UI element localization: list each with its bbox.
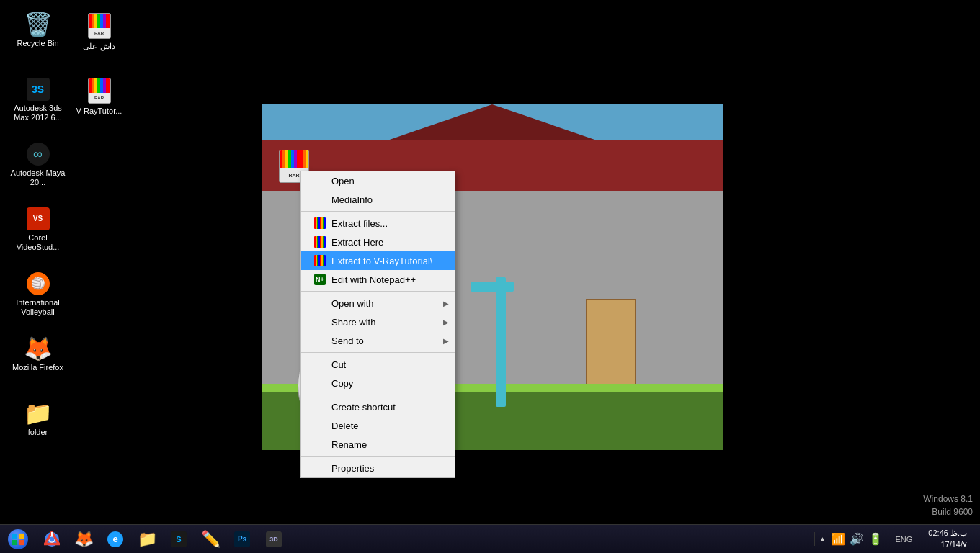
extract-to-icon — [313, 253, 327, 268]
tray-power-icon[interactable]: 🔋 — [868, 532, 883, 546]
taskbar-right: ▲ 📶 🔊 🔋 ENG 02:46 ب.ظ 17/14/٧ — [814, 528, 980, 550]
taskbar-app-3ds-max-2[interactable]: S — [163, 525, 195, 554]
desktop-icon-winrar-folder[interactable]: RAR داش على — [68, 7, 130, 72]
system-tray: ▲ 📶 🔊 🔋 — [814, 532, 887, 546]
copy-icon — [313, 376, 327, 390]
taskbar-app-file-explorer[interactable]: 📁 — [131, 525, 163, 554]
menu-item-open-label: Open — [331, 176, 355, 186]
menu-item-delete[interactable]: Delete — [301, 416, 455, 435]
menu-item-copy-label: Copy — [331, 378, 353, 389]
menu-item-edit-notepad-label: Edit with Notepad++ — [331, 274, 416, 285]
menu-item-extract-here[interactable]: Extract Here — [301, 233, 455, 251]
ie-icon: e — [107, 531, 123, 547]
tray-expand-arrow[interactable]: ▲ — [819, 535, 827, 543]
open-icon — [313, 174, 327, 188]
taskbar: 🦊 e 📁 S ✏️ Ps 3D ▲ — [0, 524, 980, 553]
desktop-icon-grid: 🗑️ Recycle Bin RAR داش على 3S Autodesk 3… — [0, 0, 137, 468]
firefox-tb-icon: 🦊 — [74, 530, 94, 549]
sketch-icon: ✏️ — [201, 530, 220, 549]
3ds-tb-icon: 3D — [266, 531, 282, 547]
menu-item-properties[interactable]: Properties — [301, 459, 455, 477]
winrar-folder-icon: RAR — [88, 13, 111, 39]
recycle-bin-label: Recycle Bin — [17, 39, 58, 48]
open-with-icon — [313, 296, 327, 310]
menu-item-send-to[interactable]: Send to ▶ — [301, 331, 455, 350]
svg-rect-3 — [19, 539, 24, 544]
menu-item-mediainfo-label: MediaInfo — [331, 194, 373, 205]
menu-item-send-to-label: Send to — [331, 336, 364, 346]
taskbar-app-3ds-tb[interactable]: 3D — [258, 525, 290, 554]
rename-icon — [313, 437, 327, 451]
menu-item-delete-label: Delete — [331, 421, 359, 431]
tray-volume-icon[interactable]: 🔊 — [850, 532, 864, 546]
menu-item-extract-files[interactable]: Extract files... — [301, 214, 455, 233]
system-clock[interactable]: 02:46 ب.ظ 17/14/٧ — [921, 528, 974, 550]
menu-item-extract-files-label: Extract files... — [331, 218, 388, 229]
3ds-max-label: Autodesk 3ds Max 2012 6... — [10, 104, 66, 122]
menu-item-open-with[interactable]: Open with ▶ — [301, 294, 455, 313]
chrome-icon — [44, 531, 60, 547]
folder-icon: 📁 — [24, 402, 53, 425]
vray-label: V-RayTutor... — [76, 107, 122, 116]
taskbar-apps: 🦊 e 📁 S ✏️ Ps 3D — [36, 525, 290, 553]
menu-item-properties-label: Properties — [331, 463, 374, 474]
desktop-icon-corel[interactable]: VS Corel VideoStud... — [7, 202, 68, 266]
mediainfo-icon — [313, 192, 327, 207]
svg-rect-1 — [19, 533, 24, 538]
firefox-label: Mozilla Firefox — [12, 363, 63, 372]
windows-watermark: Windows 8.1 Build 9600 — [923, 493, 973, 518]
taskbar-app-ps[interactable]: Ps — [226, 525, 258, 554]
3ds-max-icon: 3S — [27, 78, 50, 101]
desktop-icon-volleyball[interactable]: 🏐 International Volleyball — [7, 266, 68, 331]
menu-item-cut[interactable]: Cut — [301, 355, 455, 374]
corel-label: Corel VideoStud... — [10, 233, 66, 252]
volleyball-icon: 🏐 — [27, 272, 50, 295]
extract-files-icon — [313, 216, 327, 230]
taskbar-app-chrome[interactable] — [36, 525, 68, 554]
menu-item-share-with[interactable]: Share with ▶ — [301, 313, 455, 331]
start-button[interactable] — [0, 525, 36, 554]
menu-separator-3 — [301, 352, 455, 353]
tray-network-icon[interactable]: 📶 — [831, 532, 845, 546]
maya-label: Autodesk Maya 20... — [10, 168, 66, 187]
desktop-icon-vray[interactable]: RAR V-RayTutor... — [68, 72, 130, 137]
taskbar-app-sketch[interactable]: ✏️ — [195, 525, 226, 554]
photoshop-icon: Ps — [234, 531, 250, 547]
scene-pipe — [496, 277, 506, 407]
menu-item-rename[interactable]: Rename — [301, 435, 455, 454]
clock-date: 17/14/٧ — [928, 539, 967, 550]
language-indicator[interactable]: ENG — [893, 535, 916, 544]
desktop-icon-firefox[interactable]: 🦊 Mozilla Firefox — [7, 331, 68, 396]
corel-icon: VS — [27, 207, 50, 230]
menu-item-copy[interactable]: Copy — [301, 374, 455, 392]
menu-item-extract-to[interactable]: Extract to V-RayTutorial\ — [301, 251, 455, 270]
firefox-icon: 🦊 — [24, 337, 53, 360]
build-label: Build 9600 — [923, 505, 973, 518]
extract-here-icon — [313, 235, 327, 249]
menu-item-mediainfo[interactable]: MediaInfo — [301, 190, 455, 209]
windows-logo-icon — [12, 533, 24, 546]
maya-icon: ∞ — [27, 143, 50, 166]
menu-item-open[interactable]: Open — [301, 171, 455, 190]
desktop-icon-3ds-max[interactable]: 3S Autodesk 3ds Max 2012 6... — [7, 72, 68, 137]
language-label: ENG — [896, 535, 913, 544]
notepad-plus-icon: N+ — [313, 272, 327, 287]
delete-icon — [313, 418, 327, 433]
taskbar-app-ie[interactable]: e — [99, 525, 131, 554]
menu-item-extract-to-label: Extract to V-RayTutorial\ — [331, 256, 432, 266]
taskbar-app-firefox[interactable]: 🦊 — [68, 525, 99, 554]
menu-item-edit-notepad[interactable]: N+ Edit with Notepad++ — [301, 270, 455, 289]
send-to-icon — [313, 333, 327, 348]
desktop-icon-maya[interactable]: ∞ Autodesk Maya 20... — [7, 137, 68, 202]
desktop: 🗑️ Recycle Bin RAR داش على 3S Autodesk 3… — [0, 0, 980, 553]
menu-item-share-with-label: Share with — [331, 317, 375, 328]
desktop-icon-recycle-bin[interactable]: 🗑️ Recycle Bin — [7, 7, 68, 72]
menu-item-create-shortcut[interactable]: Create shortcut — [301, 397, 455, 416]
file-explorer-icon: 📁 — [138, 530, 157, 549]
volleyball-label: International Volleyball — [10, 298, 66, 317]
send-to-arrow: ▶ — [443, 337, 449, 345]
3ds-max-tb-icon: S — [171, 531, 187, 547]
menu-item-open-with-label: Open with — [331, 298, 374, 309]
folder-label: folder — [28, 428, 48, 437]
desktop-icon-folder[interactable]: 📁 folder — [7, 396, 68, 461]
